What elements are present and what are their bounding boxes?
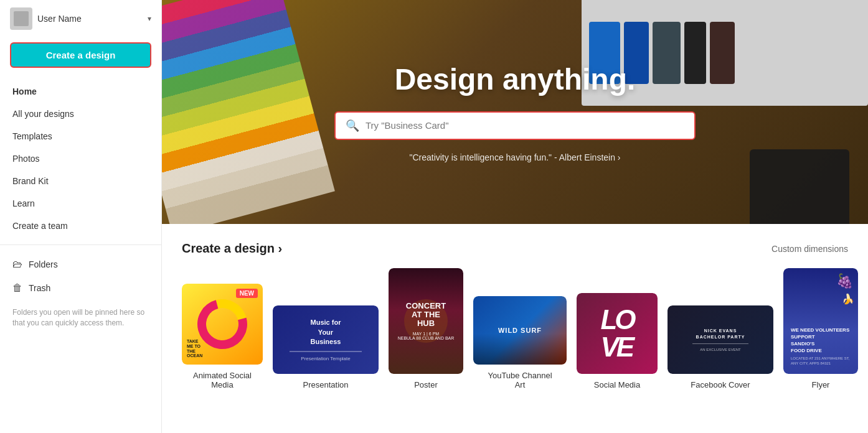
create-design-button[interactable]: Create a design [10,42,151,68]
card-label-facebook-cover: Facebook Cover [691,380,750,389]
sidebar-item-brand-kit[interactable]: Brand Kit [0,170,161,192]
sidebar-item-label: All your designs [12,109,74,119]
thumb-flyer: 🍇 🍌 WE NEED VOLUNTEERSSUPPORTSANDIO'SFOO… [783,268,858,374]
trash-label: Trash [29,283,50,293]
folder-icon: 🗁 [12,259,22,270]
section-header: Create a design › Custom dimensions [182,241,848,256]
design-card-presentation[interactable]: Music forYourBusiness Presentation Templ… [273,305,379,389]
thumb-facebook-cover: NICK EVANSBACHELOR PARTY AN EXCLUSIVE EV… [668,305,773,374]
search-input[interactable] [366,120,684,131]
card-label-animated-social: Animated SocialMedia [193,371,252,389]
hero-quote[interactable]: "Creativity is intelligence having fun."… [409,152,620,162]
sidebar-item-home[interactable]: Home [0,80,161,103]
sidebar: User Name ▾ Create a design Home All you… [0,0,162,433]
sidebar-item-trash[interactable]: 🗑 Trash [0,276,161,300]
sidebar-item-learn[interactable]: Learn [0,192,161,215]
main-nav: Home All your designs Templates Photos B… [0,78,161,240]
new-badge: NEW [236,289,258,298]
card-label-flyer: Flyer [812,380,830,389]
thumb-presentation: Music forYourBusiness Presentation Templ… [273,305,379,374]
hero-device [750,149,849,224]
nav-divider [0,244,161,245]
avatar [10,7,32,30]
sidebar-header: User Name ▾ [0,0,161,37]
thumb-animated-social: TAKEME TOTHEOCEAN NEW [182,284,263,365]
design-card-facebook-cover[interactable]: NICK EVANSBACHELOR PARTY AN EXCLUSIVE EV… [668,305,773,389]
chevron-down-icon[interactable]: ▾ [148,14,151,23]
folders-label: Folders [29,259,58,269]
design-card-animated-social[interactable]: TAKEME TOTHEOCEAN NEW Animated SocialMed… [182,284,263,389]
card-label-social-media: Social Media [594,380,640,389]
sidebar-item-create-team[interactable]: Create a team [0,215,161,237]
card-label-youtube: YouTube ChannelArt [488,371,552,389]
sidebar-item-templates[interactable]: Templates [0,125,161,147]
custom-dimensions-link[interactable]: Custom dimensions [771,244,848,254]
pinned-folders-hint: Folders you open will be pinned here so … [0,302,161,336]
design-card-poster[interactable]: CONCERTAT THEHUB MAY 1 | 6 PMNEBULA 88 C… [389,268,463,389]
content-area: Create a design › Custom dimensions TAKE… [162,224,868,407]
card-label-presentation: Presentation [303,380,349,389]
thumb-social-media: LOVE [577,293,658,374]
tray-item-5 [710,22,735,84]
sidebar-item-label: Learn [12,198,35,208]
username-label: User Name [37,14,143,24]
hero-title: Design anything. [334,62,696,96]
sidebar-item-label: Templates [12,131,52,141]
thumb-poster: CONCERTAT THEHUB MAY 1 | 6 PMNEBULA 88 C… [389,268,463,374]
section-title[interactable]: Create a design › [182,241,282,256]
hero-text-container: Design anything. 🔍 [334,62,696,140]
sidebar-item-photos[interactable]: Photos [0,147,161,170]
trash-icon: 🗑 [12,282,22,294]
card-label-poster: Poster [414,380,438,389]
design-cards-grid: TAKEME TOTHEOCEAN NEW Animated SocialMed… [182,268,848,389]
sidebar-item-label: Photos [12,154,40,164]
hero-banner: Design anything. 🔍 "Creativity is intell… [162,0,868,224]
thumb-youtube: WILD SURF [473,296,567,365]
design-card-flyer[interactable]: 🍇 🍌 WE NEED VOLUNTEERSSUPPORTSANDIO'SFOO… [783,268,858,389]
sidebar-item-label: Home [12,86,37,96]
main-content: Design anything. 🔍 "Creativity is intell… [162,0,868,433]
sidebar-item-label: Create a team [12,221,68,231]
sidebar-item-folders[interactable]: 🗁 Folders [0,253,161,276]
design-card-social-media[interactable]: LOVE Social Media [577,293,658,389]
sidebar-item-label: Brand Kit [12,176,49,186]
hero-search-box[interactable]: 🔍 [334,111,696,140]
folder-section: 🗁 Folders 🗑 Trash [0,250,161,302]
search-icon: 🔍 [346,119,359,133]
sidebar-item-all-designs[interactable]: All your designs [0,103,161,125]
design-card-youtube[interactable]: WILD SURF YouTube ChannelArt [473,296,567,389]
